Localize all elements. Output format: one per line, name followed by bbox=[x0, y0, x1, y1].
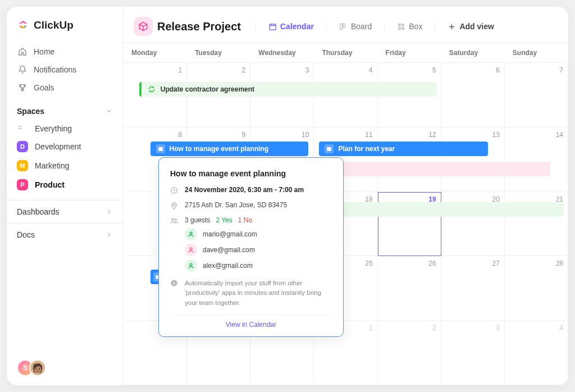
popover-where: 2715 Ash Dr. San Jose, SD 83475 bbox=[185, 201, 287, 209]
event-update-contractor[interactable]: Update contractor agreement bbox=[139, 82, 437, 97]
calendar-cell[interactable]: 27 bbox=[441, 256, 505, 321]
project-icon bbox=[134, 17, 153, 36]
calendar-cell[interactable]: 14 bbox=[505, 127, 568, 192]
calendar-cell[interactable]: 19 bbox=[378, 192, 441, 257]
separator bbox=[384, 21, 385, 31]
svg-rect-4 bbox=[270, 24, 276, 30]
day-number: 12 bbox=[428, 131, 436, 139]
trophy-icon bbox=[18, 83, 27, 92]
event-pink[interactable] bbox=[319, 162, 550, 176]
day-number: 9 bbox=[242, 131, 246, 139]
popover-guests: 3 guests · 2 Yes · 1 No bbox=[185, 216, 252, 224]
board-icon bbox=[339, 22, 348, 31]
guest-email: dave@gmail.com bbox=[203, 246, 255, 254]
nav-label: Goals bbox=[34, 83, 54, 92]
day-number: 5 bbox=[432, 66, 436, 74]
view-tab-board[interactable]: Board bbox=[336, 20, 375, 33]
calendar-cell[interactable]: 2 bbox=[378, 321, 441, 385]
section-dashboards[interactable]: Dashboards bbox=[7, 200, 123, 223]
event-manage-planning[interactable]: How to manage event planning bbox=[150, 142, 308, 156]
event-green[interactable] bbox=[319, 202, 564, 217]
section-label: Dashboards bbox=[17, 207, 60, 216]
calendar-cell[interactable]: 13 bbox=[441, 127, 505, 192]
clock-icon bbox=[170, 186, 178, 194]
guest-row: dave@gmail.com bbox=[185, 244, 332, 256]
sync-icon bbox=[147, 85, 156, 94]
space-badge-icon: D bbox=[17, 141, 28, 152]
nav-home[interactable]: Home bbox=[11, 43, 118, 61]
calendar-cell[interactable]: 28 bbox=[505, 256, 568, 321]
calendar-icon bbox=[268, 22, 277, 31]
popover-title: How to manage event planning bbox=[170, 169, 332, 178]
calendar-cell[interactable]: 4 bbox=[505, 321, 568, 385]
primary-nav: Home Notifications Goals bbox=[7, 40, 123, 99]
user-icon bbox=[185, 259, 197, 272]
view-label: Calendar bbox=[280, 22, 314, 31]
svg-point-16 bbox=[172, 218, 174, 221]
space-development[interactable]: D Development bbox=[7, 137, 123, 156]
svg-point-0 bbox=[19, 126, 20, 127]
day-header: Tuesday bbox=[187, 43, 250, 62]
sidebar: ClickUp Home Notifications Goals Spaces … bbox=[7, 7, 124, 385]
day-number: 8 bbox=[178, 131, 182, 139]
svg-rect-12 bbox=[327, 147, 332, 151]
space-product[interactable]: P Product bbox=[7, 175, 123, 194]
calendar-icon bbox=[325, 144, 334, 153]
event-plan-next-year[interactable]: Plan for next year bbox=[319, 142, 488, 156]
avatar[interactable]: 🧑🏽 bbox=[29, 359, 46, 376]
space-marketing[interactable]: M Marketing bbox=[7, 156, 123, 175]
user-avatars[interactable]: S 🧑🏽 bbox=[17, 359, 46, 376]
chevron-down-icon bbox=[105, 107, 113, 115]
svg-rect-8 bbox=[401, 23, 404, 26]
nav-label: Notifications bbox=[34, 65, 76, 74]
nav-notifications[interactable]: Notifications bbox=[11, 61, 118, 79]
separator bbox=[255, 21, 256, 31]
space-label: Product bbox=[35, 180, 65, 189]
day-header: Saturday bbox=[441, 43, 505, 62]
view-tab-box[interactable]: Box bbox=[394, 20, 426, 33]
calendar-icon bbox=[156, 144, 165, 153]
day-number: 10 bbox=[302, 131, 309, 139]
day-number: 2 bbox=[242, 66, 246, 74]
nav-goals[interactable]: Goals bbox=[11, 79, 118, 97]
svg-point-15 bbox=[174, 204, 175, 206]
guest-row: alex@gmail.com bbox=[185, 259, 332, 272]
add-view-button[interactable]: Add view bbox=[444, 20, 497, 33]
plus-icon bbox=[448, 22, 456, 31]
calendar-cell[interactable]: 26 bbox=[378, 256, 441, 321]
calendar-cell[interactable]: 21 bbox=[505, 192, 568, 257]
space-everything[interactable]: Everything bbox=[7, 120, 123, 137]
day-header: Sunday bbox=[505, 43, 568, 62]
calendar-header-row: Monday Tuesday Wednesday Thursday Friday… bbox=[124, 43, 568, 63]
brand-logo-icon bbox=[17, 19, 29, 31]
day-number: 26 bbox=[428, 259, 436, 267]
day-number: 27 bbox=[492, 259, 499, 267]
view-in-calendar-link[interactable]: View in Calendar bbox=[170, 314, 332, 330]
event-label: How to manage event planning bbox=[170, 145, 269, 153]
section-label: Docs bbox=[17, 230, 35, 239]
view-tab-calendar[interactable]: Calendar bbox=[265, 20, 317, 33]
calendar-cell[interactable]: 12 bbox=[378, 127, 441, 192]
calendar-grid[interactable]: 1234567891011121314151617181920212223242… bbox=[124, 63, 568, 385]
home-icon bbox=[18, 47, 27, 56]
calendar-cell[interactable]: 6 bbox=[441, 63, 505, 127]
spaces-header[interactable]: Spaces bbox=[7, 99, 123, 120]
section-docs[interactable]: Docs bbox=[7, 223, 123, 246]
calendar-cell[interactable]: 7 bbox=[505, 63, 568, 127]
day-number: 7 bbox=[559, 66, 563, 74]
day-number: 2 bbox=[432, 324, 436, 332]
calendar-cell[interactable]: 3 bbox=[441, 321, 505, 385]
grid-icon bbox=[17, 124, 28, 133]
popover-note: Automatically import your stuff from oth… bbox=[185, 279, 332, 308]
day-number: 13 bbox=[492, 131, 499, 139]
day-header: Monday bbox=[124, 43, 187, 62]
brand[interactable]: ClickUp bbox=[7, 7, 123, 40]
calendar-cell[interactable]: 20 bbox=[441, 192, 505, 257]
event-popover: How to manage event planning 24 November… bbox=[158, 157, 344, 337]
day-number: 4 bbox=[559, 324, 563, 332]
svg-point-18 bbox=[190, 232, 192, 234]
main-area: Release Project Calendar Board Box Add v… bbox=[124, 7, 568, 385]
popover-when: 24 November 2020, 6:30 am - 7:00 am bbox=[185, 186, 304, 194]
day-header: Friday bbox=[378, 43, 441, 62]
chevron-right-icon bbox=[105, 231, 113, 239]
